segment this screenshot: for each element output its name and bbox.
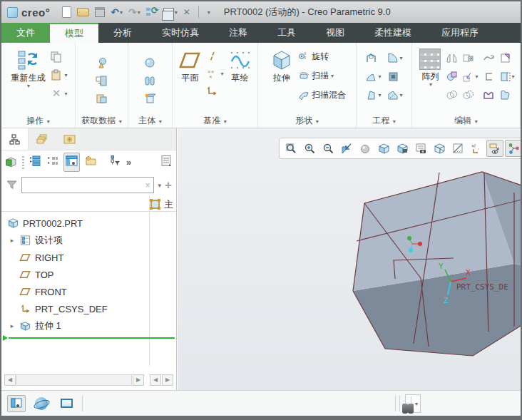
insert-indicator[interactable] (9, 337, 175, 339)
tree-columns-button[interactable] (63, 153, 80, 172)
plane-button[interactable]: 平面 (176, 47, 203, 115)
saved-orientations-button[interactable] (394, 140, 411, 157)
pane-left-button[interactable]: ◀ (150, 374, 161, 386)
hole-button[interactable] (365, 52, 381, 64)
tree-row-extrude[interactable]: ▸ 拉伸 1 (1, 317, 176, 334)
intersect-button[interactable] (462, 89, 478, 101)
save-button[interactable] (93, 4, 107, 20)
wrap-button[interactable] (483, 89, 495, 101)
extrude-button[interactable]: 拉伸 (268, 47, 295, 115)
tree-row-front-plane[interactable]: FRONT (1, 283, 176, 300)
zoom-in-button[interactable] (301, 140, 318, 157)
column-header-label[interactable]: 主 (164, 198, 173, 211)
scroll-left-button[interactable]: ◀ (4, 374, 16, 386)
expand-all-button[interactable] (29, 155, 41, 170)
group-label-engineering[interactable]: 工程 ▾ (357, 115, 411, 127)
solidify-button[interactable] (499, 52, 515, 64)
tree-item-label[interactable]: 拉伸 1 (35, 319, 61, 332)
tab-folder-browser[interactable] (29, 128, 56, 150)
tab-analysis[interactable]: 分析 (98, 23, 147, 43)
tab-model-tree[interactable] (1, 128, 29, 150)
tab-flexible-modeling[interactable]: 柔性建模 (359, 23, 426, 43)
find-options-caret[interactable]: ▾ (415, 401, 418, 407)
group-label-get-data[interactable]: 获取数据 ▾ (76, 115, 128, 127)
tab-applications[interactable]: 应用程序 (426, 23, 493, 43)
tree-item-label[interactable]: 设计项 (35, 234, 63, 247)
collapse-all-button[interactable] (46, 155, 58, 170)
appearance-button[interactable] (357, 140, 374, 157)
revolve-button[interactable]: 旋转 (298, 50, 346, 63)
expand-arrow-icon[interactable]: ▸ (9, 237, 16, 244)
chamfer-button[interactable]: ▾ (365, 71, 381, 83)
open-file-button[interactable] (75, 4, 91, 20)
spin-center-button[interactable] (505, 140, 521, 157)
group-label-shapes[interactable]: 形状 ▾ (258, 115, 356, 127)
window-switch-button[interactable]: ▾ (161, 4, 180, 20)
tree-item-label[interactable]: TOP (35, 270, 54, 280)
tree-row-root[interactable]: PRT0002.PRT (1, 215, 176, 232)
project-button[interactable]: ▾ (462, 71, 478, 83)
regenerate-button[interactable]: 重新生成 ▾ (9, 47, 47, 115)
view-manager-button[interactable] (412, 140, 429, 157)
model-view[interactable]: X Y Z PRT_CSYS_DE (178, 128, 521, 390)
graphics-area[interactable]: X Y Z PRT_CSYS_DE ×/, (178, 128, 521, 390)
scroll-right-button[interactable]: ▶ (133, 374, 144, 386)
navigator-toggle-button[interactable] (7, 395, 26, 412)
tab-favorites[interactable] (56, 128, 83, 150)
tab-annotate[interactable]: 注释 (214, 23, 262, 43)
copy-button[interactable] (50, 50, 67, 63)
copy-geometry-button[interactable] (96, 93, 108, 106)
expand-arrow-icon[interactable]: ▸ (9, 322, 16, 329)
shell-button[interactable] (387, 71, 403, 83)
datum-point-button[interactable]: ×××▾ (206, 67, 223, 80)
close-window-button[interactable]: ✕ (181, 4, 193, 20)
trim-button[interactable] (483, 71, 495, 83)
tree-filter-button[interactable] (109, 155, 121, 170)
display-style-button[interactable] (375, 140, 392, 157)
tree-item-label[interactable]: PRT_CSYS_DEF (35, 304, 108, 314)
new-file-button[interactable] (60, 4, 73, 20)
undo-button[interactable]: ↶▾ (108, 4, 125, 20)
group-label-editing[interactable]: 编辑 ▾ (412, 115, 520, 127)
group-label-operations[interactable]: 操作 ▾ (1, 115, 75, 127)
rib-button[interactable]: ▾ (387, 89, 403, 101)
tree-row-top-plane[interactable]: TOP (1, 266, 176, 283)
customize-qat-button[interactable]: ▾ (205, 4, 213, 20)
flatten-button[interactable] (499, 89, 515, 101)
mirror-button[interactable] (446, 52, 458, 64)
datum-display-button[interactable]: ×/, (468, 140, 485, 157)
tree-settings-button[interactable] (160, 155, 173, 170)
annotation-display-button[interactable] (486, 140, 503, 157)
tab-live-simulation[interactable]: 实时仿真 (147, 23, 214, 43)
bodies-button[interactable] (144, 75, 156, 88)
import-button[interactable] (96, 75, 108, 88)
clear-search-icon[interactable]: × (145, 180, 150, 190)
pattern-button[interactable]: 阵列 ▾ (417, 47, 443, 115)
scrollbar-track[interactable] (16, 374, 132, 386)
section-button[interactable] (449, 140, 466, 157)
user-defined-feature-button[interactable] (96, 57, 108, 70)
refit-button[interactable] (338, 140, 355, 157)
extend-button[interactable] (483, 52, 495, 64)
sketch-button[interactable]: 草绘 (227, 47, 254, 115)
regenerate-quick-button[interactable] (144, 4, 160, 20)
web-browser-button[interactable] (32, 395, 51, 412)
body-sphere-button[interactable] (144, 57, 156, 70)
merge-button[interactable] (446, 89, 458, 101)
zoom-out-button[interactable] (319, 140, 337, 157)
tree-item-label[interactable]: RIGHT (35, 252, 63, 263)
more-tools-button[interactable]: » (126, 157, 131, 168)
tab-view[interactable]: 视图 (311, 23, 359, 43)
tree-row-csys[interactable]: PRT_CSYS_DEF (1, 300, 176, 317)
perspective-button[interactable] (431, 140, 448, 157)
tree-search-input[interactable] (25, 180, 145, 191)
tree-row-design-items[interactable]: ▸ 设计项 (1, 232, 176, 249)
delete-button[interactable]: ✕▾ (50, 87, 67, 100)
redo-button[interactable]: ↷▾ (126, 4, 143, 20)
swept-blend-button[interactable]: 扫描混合 (298, 88, 346, 101)
move-button[interactable] (462, 52, 478, 64)
group-label-datum[interactable]: 基准 ▾ (173, 115, 257, 127)
add-filter-button[interactable]: + (165, 178, 172, 193)
zoom-region-button[interactable] (282, 140, 300, 157)
tree-open-settings-button[interactable] (85, 155, 97, 170)
